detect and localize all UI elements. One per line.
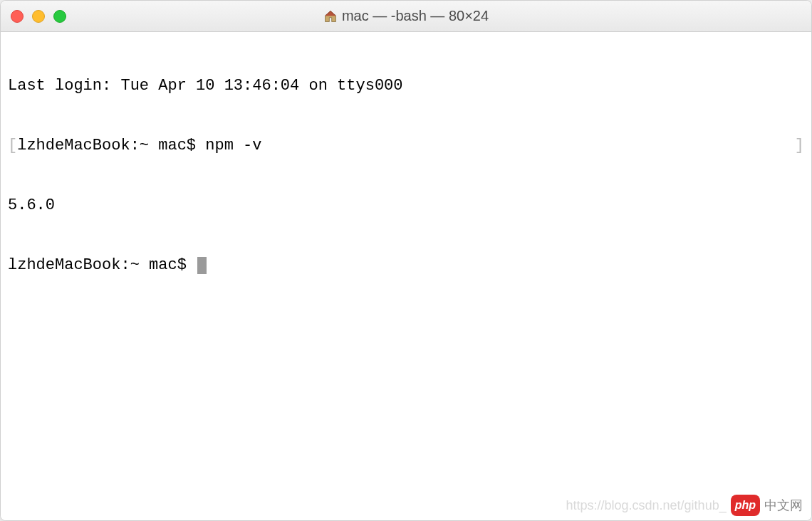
terminal-window: mac — -bash — 80×24 Last login: Tue Apr … [0,0,812,521]
prompt: lzhdeMacBook:~ mac$ [17,137,205,154]
watermark-cn: 中文网 [764,495,803,515]
window-title-container: mac — -bash — 80×24 [1,8,811,24]
titlebar[interactable]: mac — -bash — 80×24 [1,1,811,32]
close-button[interactable] [11,10,24,23]
window-title: mac — -bash — 80×24 [342,8,489,24]
watermark: https://blog.csdn.net/github_ php 中文网 [566,495,803,516]
minimize-button[interactable] [32,10,45,23]
maximize-button[interactable] [53,10,66,23]
terminal-line-last-login: Last login: Tue Apr 10 13:46:04 on ttys0… [8,76,804,96]
watermark-badge: php [731,495,760,516]
home-icon [323,9,338,23]
cursor [197,257,207,274]
bracket-close: ] [795,136,804,156]
traffic-lights [11,10,66,23]
terminal-line-output: 5.6.0 [8,196,804,216]
watermark-url: https://blog.csdn.net/github_ [566,495,727,515]
terminal-body[interactable]: Last login: Tue Apr 10 13:46:04 on ttys0… [1,32,811,520]
terminal-line-current: lzhdeMacBook:~ mac$ [8,256,804,275]
prompt: lzhdeMacBook:~ mac$ [8,256,196,274]
terminal-line-command: [lzhdeMacBook:~ mac$ npm -v] [8,136,804,156]
bracket-open: [ [8,137,17,154]
command-text: npm -v [205,137,261,154]
